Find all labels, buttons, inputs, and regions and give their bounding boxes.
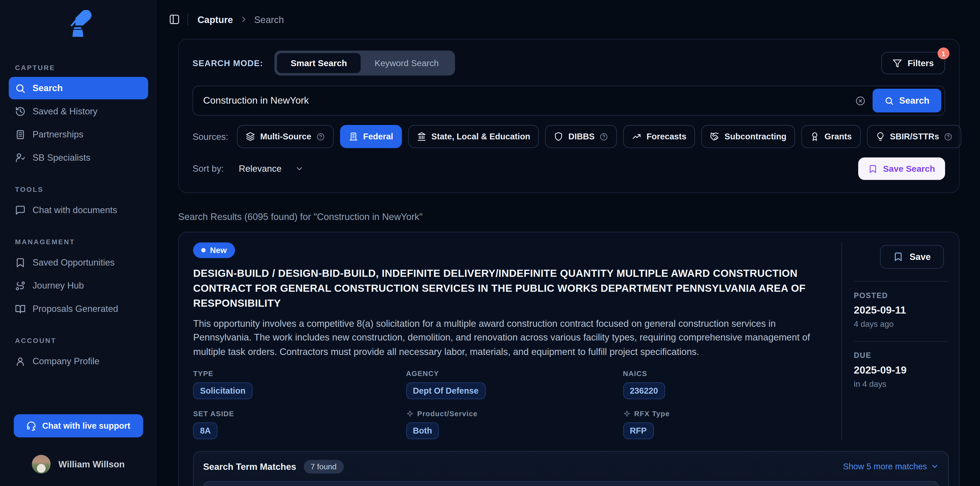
top-bar: Capture Search: [169, 13, 960, 26]
new-badge-label: New: [210, 245, 227, 255]
show-more-label: Show 5 more matches: [843, 462, 927, 471]
sidebar-section-management: MANAGEMENT: [15, 238, 142, 246]
source-chip-federal[interactable]: Federal: [340, 125, 402, 148]
shield-icon: [554, 132, 563, 141]
matches-title: Search Term Matches: [203, 462, 296, 472]
sort-by-label: Sort by:: [192, 164, 224, 174]
meta-label-type: TYPE: [193, 370, 406, 377]
sidebar-item-search[interactable]: Search: [9, 77, 148, 100]
search-mode-label: SEARCH MODE:: [192, 58, 263, 68]
show-more-matches-link[interactable]: Show 5 more matches: [843, 462, 939, 471]
opportunity-title[interactable]: DESIGN-BUILD / DESIGN-BID-BUILD, INDEFIN…: [193, 266, 827, 311]
sidebar-item-label: Company Profile: [33, 356, 100, 366]
sidebar-item-saved-opportunities[interactable]: Saved Opportunities: [9, 251, 148, 274]
search-input[interactable]: [203, 95, 848, 106]
sidebar: CAPTURE Search Saved & History Partnersh…: [0, 0, 157, 486]
app-logo: [9, 10, 148, 39]
save-search-button[interactable]: Save Search: [858, 157, 945, 180]
search-button-label: Search: [899, 95, 929, 106]
save-search-label: Save Search: [883, 164, 935, 174]
meta-value-rfx-type: RFP: [623, 422, 654, 439]
meta-value-naics: 236220: [623, 382, 665, 399]
sidebar-item-saved-history[interactable]: Saved & History: [9, 100, 148, 122]
meta-value-type: Solicitation: [193, 382, 252, 399]
meta-set-aside: SET ASIDE 8A: [193, 410, 406, 439]
chip-label: Forecasts: [646, 132, 686, 141]
source-chip-state-local-education[interactable]: State, Local & Education: [408, 125, 539, 148]
history-icon: [15, 106, 25, 116]
sort-select[interactable]: Relevance: [239, 164, 304, 174]
sidebar-item-journey-hub[interactable]: Journey Hub: [9, 274, 148, 297]
landmark-icon: [417, 132, 426, 141]
opportunity-meta-grid: TYPE Solicitation AGENCY Dept Of Defense…: [193, 370, 827, 439]
posted-relative: 4 days ago: [854, 319, 949, 329]
filters-button[interactable]: Filters 1: [881, 52, 945, 75]
help-circle-icon[interactable]: [600, 132, 608, 141]
mode-keyword-search[interactable]: Keyword Search: [361, 53, 452, 73]
meta-naics: NAICS 236220: [623, 370, 827, 399]
user-icon: [15, 356, 25, 367]
results-summary: Search Results (6095 found) for "Constru…: [178, 211, 959, 222]
chip-label: Subcontracting: [724, 132, 786, 141]
mode-smart-search[interactable]: Smart Search: [277, 53, 361, 73]
meta-label-agency: AGENCY: [406, 370, 623, 377]
breadcrumb-capture[interactable]: Capture: [197, 14, 233, 24]
chip-label: Grants: [825, 132, 852, 141]
route-icon: [15, 280, 25, 291]
search-term-matches-panel: Search Term Matches 7 found Show 5 more …: [193, 451, 949, 486]
chip-label: State, Local & Education: [431, 132, 530, 141]
sidebar-toggle-icon[interactable]: [169, 14, 180, 25]
sidebar-section-capture: CAPTURE: [15, 64, 142, 71]
meta-label-set-aside: SET ASIDE: [193, 410, 406, 417]
user-profile-row[interactable]: William Willson: [9, 455, 148, 474]
chat-live-support-button[interactable]: Chat with live support: [14, 414, 143, 437]
layers-icon: [246, 132, 255, 141]
sidebar-item-sb-specialists[interactable]: SB Specialists: [9, 146, 148, 169]
source-chip-sbir-sttrs[interactable]: SBIR/STTRs: [867, 125, 962, 148]
new-badge-dot: [201, 248, 205, 253]
chat-bubble-icon: [15, 205, 25, 215]
new-badge: New: [193, 243, 235, 258]
rail-divider: [854, 281, 949, 282]
meta-label-rfx-type: RFX Type: [623, 410, 827, 417]
search-button[interactable]: Search: [872, 89, 942, 113]
source-chip-multi-source[interactable]: Multi-Source: [237, 125, 334, 148]
help-circle-icon[interactable]: [944, 132, 953, 141]
quill-inkwell-logo-icon: [65, 10, 92, 39]
help-circle-icon[interactable]: [317, 132, 325, 141]
search-input-container: Search: [192, 86, 945, 115]
sidebar-item-label: Partnerships: [33, 129, 84, 140]
source-chip-dibbs[interactable]: DIBBS: [545, 125, 617, 148]
rail-divider: [854, 341, 949, 342]
sort-selected-value: Relevance: [239, 164, 282, 174]
filter-funnel-icon: [892, 58, 902, 68]
due-relative: in 4 days: [854, 379, 949, 389]
sidebar-item-proposals-generated[interactable]: Proposals Generated: [9, 297, 148, 320]
main-content: Capture Search SEARCH MODE: Smart Search…: [157, 0, 980, 486]
source-chip-grants[interactable]: Grants: [801, 125, 861, 148]
lightbulb-icon: [876, 132, 885, 141]
topbar-divider: [188, 13, 188, 26]
app-window: CAPTURE Search Saved & History Partnersh…: [0, 0, 980, 486]
meta-value-product-service: Both: [406, 422, 439, 439]
sidebar-item-company-profile[interactable]: Company Profile: [9, 350, 148, 372]
bookmark-icon: [893, 252, 903, 262]
chip-label: SBIR/STTRs: [890, 132, 939, 141]
save-opportunity-button[interactable]: Save: [880, 245, 944, 269]
sidebar-item-label: Saved & History: [33, 106, 97, 116]
headset-icon: [27, 421, 37, 431]
sidebar-section-tools: TOOLS: [15, 186, 142, 193]
source-chip-forecasts[interactable]: Forecasts: [624, 125, 695, 148]
meta-rfx-type: RFX Type RFP: [623, 410, 827, 439]
source-chip-subcontracting[interactable]: Subcontracting: [702, 125, 795, 148]
sidebar-item-label: Proposals Generated: [33, 304, 118, 314]
matches-count-badge: 7 found: [304, 459, 344, 473]
clear-search-icon[interactable]: [855, 95, 865, 106]
user-name: William Willson: [58, 459, 125, 469]
opportunity-card-main: New DESIGN-BUILD / DESIGN-BID-BUILD, IND…: [193, 243, 841, 439]
sparkles-icon: [623, 410, 630, 417]
due-date: 2025-09-19: [854, 364, 949, 376]
sidebar-item-label: Journey Hub: [33, 281, 84, 291]
sidebar-item-partnerships[interactable]: Partnerships: [9, 123, 148, 146]
sidebar-item-chat-with-documents[interactable]: Chat with documents: [9, 199, 148, 221]
